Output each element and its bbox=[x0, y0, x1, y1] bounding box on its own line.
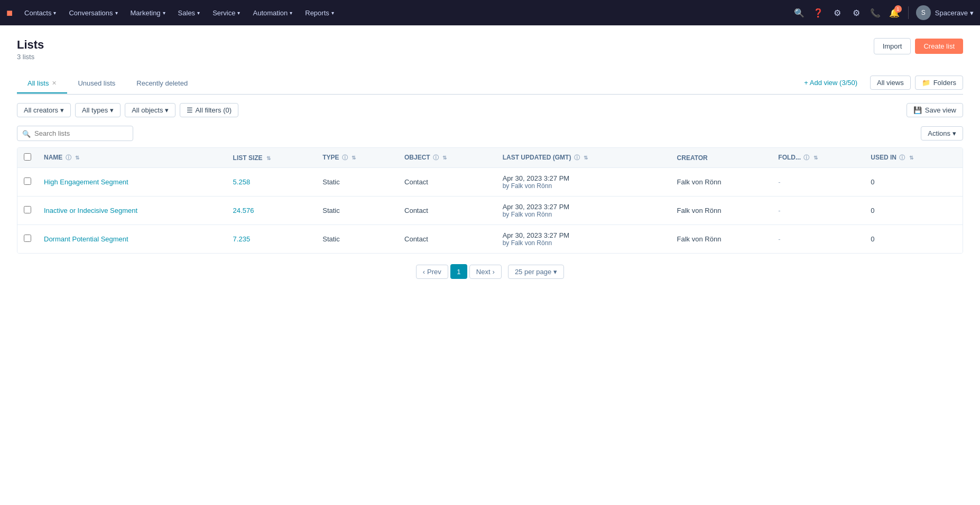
page-title: Lists bbox=[17, 38, 44, 52]
lists-table: NAME ⓘ ⇅ LIST SIZE ⇅ TYPE ⓘ ⇅ OBJECT bbox=[17, 148, 963, 253]
chevron-down-icon: ▾ bbox=[553, 268, 557, 276]
calls-icon-button[interactable]: 📞 bbox=[867, 4, 884, 21]
chevron-down-icon: ▾ bbox=[110, 106, 114, 114]
table-row: Inactive or Indecisive Segment 24.576 St… bbox=[17, 197, 963, 225]
help-icon-button[interactable]: ❓ bbox=[810, 4, 827, 21]
tab-unused-lists[interactable]: Unused lists bbox=[67, 74, 126, 93]
row-creator: Falk von Rönn bbox=[671, 225, 772, 254]
list-name-link[interactable]: Dormant Potential Segment bbox=[44, 235, 128, 243]
chevron-right-icon: › bbox=[493, 268, 495, 276]
next-page-button[interactable]: Next › bbox=[469, 265, 502, 279]
chevron-down-icon: ▾ bbox=[237, 10, 240, 16]
all-views-button[interactable]: All views bbox=[870, 76, 911, 90]
chevron-down-icon: ▾ bbox=[115, 10, 118, 16]
per-page-selector[interactable]: 25 per page ▾ bbox=[508, 265, 564, 279]
nav-sales[interactable]: Sales ▾ bbox=[173, 6, 206, 20]
apps-icon-button[interactable]: ⚙ bbox=[829, 4, 846, 21]
page-content: Lists 3 lists Import Create list All lis… bbox=[0, 25, 980, 505]
select-all-header bbox=[17, 148, 38, 168]
sort-icon: ⇅ bbox=[584, 155, 588, 161]
row-folder: - bbox=[772, 168, 864, 197]
updated-by: by Falk von Rönn bbox=[503, 211, 664, 218]
chevron-left-icon: ‹ bbox=[423, 268, 425, 276]
create-list-button[interactable]: Create list bbox=[915, 39, 963, 54]
row-name: High Engagement Segment bbox=[38, 168, 227, 197]
sort-icon: ⇅ bbox=[442, 155, 447, 161]
nav-contacts[interactable]: Contacts ▾ bbox=[19, 6, 61, 20]
search-icon-button[interactable]: 🔍 bbox=[791, 4, 808, 21]
row-type: Static bbox=[316, 225, 398, 254]
col-type[interactable]: TYPE ⓘ ⇅ bbox=[316, 148, 398, 168]
tab-all-lists[interactable]: All lists ✕ bbox=[17, 74, 67, 93]
row-checkbox[interactable] bbox=[24, 206, 31, 213]
all-filters-button[interactable]: ☰ All filters (0) bbox=[180, 103, 238, 117]
chevron-down-icon: ▾ bbox=[331, 10, 334, 16]
chevron-down-icon: ▾ bbox=[163, 10, 165, 16]
nav-reports[interactable]: Reports ▾ bbox=[300, 6, 339, 20]
updated-date: Apr 30, 2023 3:27 PM bbox=[503, 203, 664, 211]
row-last-updated: Apr 30, 2023 3:27 PM by Falk von Rönn bbox=[496, 168, 671, 197]
nav-conversations[interactable]: Conversations ▾ bbox=[63, 6, 123, 20]
row-name: Inactive or Indecisive Segment bbox=[38, 197, 227, 225]
search-actions-bar: 🔍 Actions ▾ bbox=[17, 126, 963, 141]
settings-icon-button[interactable]: ⚙ bbox=[848, 4, 865, 21]
actions-button[interactable]: Actions ▾ bbox=[921, 126, 963, 141]
save-view-button[interactable]: 💾 Save view bbox=[907, 103, 963, 117]
notification-badge: 1 bbox=[894, 5, 902, 13]
list-name-link[interactable]: High Engagement Segment bbox=[44, 178, 128, 186]
row-size: 5.258 bbox=[227, 168, 317, 197]
import-button[interactable]: Import bbox=[874, 38, 911, 54]
row-object: Contact bbox=[398, 225, 496, 254]
search-input[interactable] bbox=[17, 126, 133, 141]
save-icon: 💾 bbox=[913, 106, 922, 114]
all-objects-filter[interactable]: All objects ▾ bbox=[125, 103, 175, 117]
row-last-updated: Apr 30, 2023 3:27 PM by Falk von Rönn bbox=[496, 197, 671, 225]
search-icon: 🔍 bbox=[22, 129, 31, 137]
info-icon: ⓘ bbox=[433, 154, 439, 161]
updated-by: by Falk von Rönn bbox=[503, 182, 664, 190]
row-object: Contact bbox=[398, 168, 496, 197]
nav-service[interactable]: Service ▾ bbox=[207, 6, 245, 20]
current-page[interactable]: 1 bbox=[450, 264, 467, 279]
sort-icon: ⇅ bbox=[813, 155, 818, 161]
table-body: High Engagement Segment 5.258 Static Con… bbox=[17, 168, 963, 254]
list-name-link[interactable]: Inactive or Indecisive Segment bbox=[44, 207, 137, 214]
select-all-checkbox[interactable] bbox=[24, 153, 31, 161]
col-last-updated[interactable]: LAST UPDATED (GMT) ⓘ ⇅ bbox=[496, 148, 671, 168]
chevron-down-icon: ▾ bbox=[60, 106, 64, 114]
all-types-filter[interactable]: All types ▾ bbox=[75, 103, 121, 117]
search-input-wrap: 🔍 bbox=[17, 126, 133, 141]
lists-table-container: NAME ⓘ ⇅ LIST SIZE ⇅ TYPE ⓘ ⇅ OBJECT bbox=[17, 147, 963, 254]
tab-close-icon[interactable]: ✕ bbox=[52, 80, 57, 87]
row-checkbox[interactable] bbox=[24, 177, 31, 185]
notifications-icon-button[interactable]: 🔔 1 bbox=[886, 4, 903, 21]
nav-utility-icons: 🔍 ❓ ⚙ ⚙ 📞 🔔 1 S Spacerave ▾ bbox=[791, 4, 974, 21]
row-checkbox-cell bbox=[17, 225, 38, 254]
col-object[interactable]: OBJECT ⓘ ⇅ bbox=[398, 148, 496, 168]
hubspot-logo[interactable]: ■ bbox=[6, 7, 13, 19]
user-avatar[interactable]: S bbox=[916, 5, 931, 20]
header-actions: Import Create list bbox=[874, 38, 963, 54]
row-checkbox[interactable] bbox=[24, 235, 31, 242]
row-size: 24.576 bbox=[227, 197, 317, 225]
folders-button[interactable]: 📁 Folders bbox=[915, 76, 963, 90]
prev-page-button[interactable]: ‹ Prev bbox=[416, 265, 448, 279]
col-list-size[interactable]: LIST SIZE ⇅ bbox=[227, 148, 317, 168]
col-used-in[interactable]: USED IN ⓘ ⇅ bbox=[864, 148, 963, 168]
add-view-button[interactable]: + Add view (3/50) bbox=[796, 73, 866, 92]
account-name[interactable]: Spacerave ▾ bbox=[935, 9, 974, 17]
chevron-down-icon: ▾ bbox=[165, 106, 169, 114]
table-row: Dormant Potential Segment 7.235 Static C… bbox=[17, 225, 963, 254]
col-folder[interactable]: FOLD... ⓘ ⇅ bbox=[772, 148, 864, 168]
col-name[interactable]: NAME ⓘ ⇅ bbox=[38, 148, 227, 168]
info-icon: ⓘ bbox=[574, 154, 580, 161]
row-used-in: 0 bbox=[864, 225, 963, 254]
all-creators-filter[interactable]: All creators ▾ bbox=[17, 103, 71, 117]
row-used-in: 0 bbox=[864, 197, 963, 225]
filter-icon: ☰ bbox=[187, 106, 193, 114]
row-object: Contact bbox=[398, 197, 496, 225]
updated-date: Apr 30, 2023 3:27 PM bbox=[503, 174, 664, 182]
nav-automation[interactable]: Automation ▾ bbox=[247, 6, 298, 20]
tab-recently-deleted[interactable]: Recently deleted bbox=[126, 74, 198, 93]
nav-marketing[interactable]: Marketing ▾ bbox=[125, 6, 171, 20]
